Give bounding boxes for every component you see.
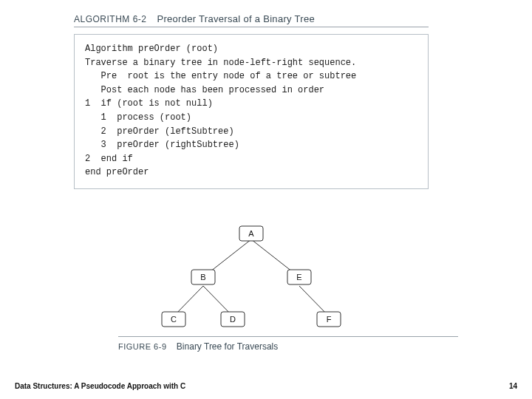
binary-tree-diagram: A B E C D F [74,222,429,336]
algorithm-box: Algorithm preOrder (root) Traverse a bin… [74,34,429,189]
tree-node-B: B [200,273,205,282]
algorithm-label: ALGORITHM 6-2 [74,14,147,24]
tree-node-E: E [296,273,301,282]
algorithm-title: Preorder Traversal of a Binary Tree [157,13,315,24]
page-number: 14 [509,382,517,390]
tree-node-F: F [327,315,332,324]
tree-node-C: C [171,315,177,324]
figure-title: Binary Tree for Traversals [177,341,278,352]
figure-caption: FIGURE 6-9 Binary Tree for Traversals [118,341,278,352]
figure-label: FIGURE 6-9 [118,342,167,351]
algorithm-code: Algorithm preOrder (root) Traverse a bin… [85,42,417,180]
footer-book-title: Data Structures: A Pseudocode Approach w… [15,382,185,390]
figure-rule [118,336,458,337]
tree-node-A: A [248,229,254,238]
algorithm-rule [74,27,429,27]
algorithm-header: ALGORITHM 6-2 Preorder Traversal of a Bi… [74,13,315,24]
tree-node-D: D [230,315,236,324]
tree-svg: A B E C D F [74,222,429,336]
